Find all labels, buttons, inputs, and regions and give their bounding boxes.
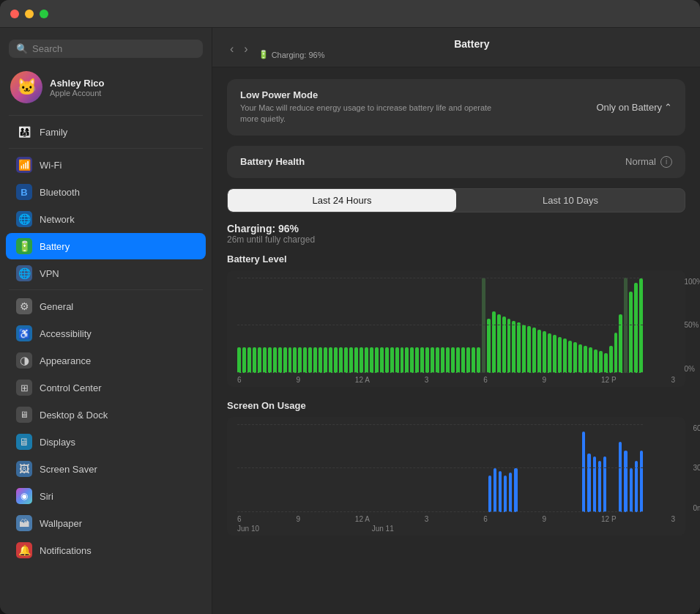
- back-button[interactable]: ‹: [227, 41, 237, 57]
- sidebar-item-accessibility[interactable]: ♿ Accessibility: [6, 320, 206, 347]
- titlebar: [0, 0, 700, 28]
- profile-section[interactable]: 🐱 Ashley Rico Apple Account: [0, 65, 212, 112]
- main-content: 🔍 Search 🐱 Ashley Rico Apple Account 👨‍👩…: [0, 28, 700, 614]
- general-icon: ⚙: [16, 298, 32, 314]
- usage-x-labels-row2: Jun 10Jun 11: [237, 525, 675, 533]
- sidebar-label-bluetooth: Bluetooth: [40, 187, 80, 198]
- battery-level-title: Battery Level: [227, 254, 685, 265]
- low-power-left: Low Power Mode Your Mac will reduce ener…: [240, 89, 504, 125]
- sidebar-label-battery: Battery: [40, 241, 70, 252]
- search-icon: 🔍: [16, 43, 28, 54]
- low-power-desc: Your Mac will reduce energy usage to inc…: [240, 103, 504, 125]
- controlcenter-icon: ⊞: [16, 380, 32, 396]
- sidebar-label-vpn: VPN: [40, 268, 59, 279]
- sidebar-item-bluetooth[interactable]: B Bluetooth: [6, 179, 206, 205]
- screensaver-icon: 🖼: [16, 461, 32, 477]
- usage-y-labels: 60m 30m 0m: [693, 424, 700, 512]
- wallpaper-icon: 🏔: [16, 515, 32, 531]
- sidebar-label-displays: Displays: [40, 437, 75, 448]
- battery-health-label: Battery Health: [240, 156, 305, 167]
- sidebar-item-siri[interactable]: ◉ Siri: [6, 483, 206, 509]
- time-selector: Last 24 Hours Last 10 Days: [227, 188, 685, 212]
- sidebar-item-wifi[interactable]: 📶 Wi-Fi: [6, 152, 206, 178]
- network-icon: 🌐: [16, 211, 32, 227]
- battery-icon: 🔋: [16, 238, 32, 254]
- search-container: 🔍 Search: [0, 35, 212, 65]
- displays-icon: 🖥: [16, 434, 32, 450]
- profile-name: Ashley Rico: [50, 78, 104, 89]
- sidebar-item-wallpaper[interactable]: 🏔 Wallpaper: [6, 510, 206, 536]
- sidebar-label-general: General: [40, 301, 73, 312]
- battery-charging-icon: 🔋: [258, 50, 269, 59]
- close-button[interactable]: [10, 10, 19, 18]
- detail-header: ‹ › Battery 🔋 Charging: 96%: [212, 28, 700, 67]
- sidebar-label-controlcenter: Control Center: [40, 382, 102, 393]
- desktop-icon: 🖥: [16, 407, 32, 423]
- appearance-icon: ◑: [16, 352, 32, 369]
- profile-subtitle: Apple Account: [50, 89, 104, 97]
- battery-level-bars: [237, 278, 643, 373]
- time-btn-10d[interactable]: Last 10 Days: [456, 189, 685, 212]
- sidebar-item-appearance[interactable]: ◑ Appearance: [6, 347, 206, 374]
- sidebar-item-family[interactable]: 👨‍👩‍👧 Family: [6, 119, 206, 145]
- low-power-title: Low Power Mode: [240, 89, 504, 100]
- low-power-mode-row: Low Power Mode Your Mac will reduce ener…: [227, 79, 685, 136]
- screen-usage-title: Screen On Usage: [227, 400, 685, 411]
- content-area: Low Power Mode Your Mac will reduce ener…: [212, 67, 700, 561]
- sidebar-label-notifications: Notifications: [40, 545, 92, 556]
- bluetooth-icon: B: [16, 184, 32, 200]
- battery-health-value: Normal: [625, 156, 656, 167]
- chevron-icon: ⌃: [664, 102, 672, 113]
- battery-x-labels: 6912 A36912 P3: [237, 376, 675, 384]
- battery-y-labels: 100% 50% 0%: [684, 278, 700, 373]
- maximize-button[interactable]: [40, 10, 48, 18]
- page-title: Battery: [258, 38, 685, 50]
- wifi-icon: 📶: [16, 157, 32, 173]
- vpn-icon: 🌐: [16, 265, 32, 281]
- sidebar: 🔍 Search 🐱 Ashley Rico Apple Account 👨‍👩…: [0, 28, 212, 614]
- sidebar-item-notifications[interactable]: 🔔 Notifications: [6, 537, 206, 563]
- sidebar-divider-3: [9, 289, 203, 290]
- minimize-button[interactable]: [25, 10, 34, 18]
- screen-usage-section: Screen On Usage 60m 30m 0m: [227, 400, 685, 536]
- sidebar-label-wifi: Wi-Fi: [40, 160, 62, 171]
- sidebar-label-appearance: Appearance: [40, 355, 91, 366]
- low-power-right: Only on Battery ⌃: [596, 102, 672, 113]
- charging-subtitle: 26m until fully charged: [227, 234, 685, 245]
- low-power-select[interactable]: Only on Battery ⌃: [596, 102, 672, 113]
- sidebar-label-screensaver: Screen Saver: [40, 464, 97, 475]
- sidebar-item-battery[interactable]: 🔋 Battery: [6, 233, 206, 259]
- sidebar-item-desktop[interactable]: 🖥 Desktop & Dock: [6, 402, 206, 428]
- usage-x-labels-row1: 6912 A36912 P3: [237, 515, 675, 523]
- detail-panel: ‹ › Battery 🔋 Charging: 96% Low Pow: [212, 28, 700, 614]
- sidebar-label-family: Family: [40, 127, 67, 138]
- search-box[interactable]: 🔍 Search: [9, 40, 203, 58]
- siri-icon: ◉: [16, 488, 32, 504]
- page-title-area: Battery 🔋 Charging: 96%: [258, 38, 685, 59]
- sidebar-label-network: Network: [40, 214, 75, 225]
- main-window: 🔍 Search 🐱 Ashley Rico Apple Account 👨‍👩…: [0, 0, 700, 614]
- family-icon: 👨‍👩‍👧: [16, 124, 32, 140]
- sidebar-item-displays[interactable]: 🖥 Displays: [6, 429, 206, 455]
- battery-health-card: Battery Health Normal i: [227, 146, 685, 178]
- sidebar-label-wallpaper: Wallpaper: [40, 518, 82, 529]
- sidebar-label-desktop: Desktop & Dock: [40, 410, 108, 421]
- sidebar-item-vpn[interactable]: 🌐 VPN: [6, 260, 206, 286]
- charging-info: Charging: 96% 26m until fully charged: [227, 223, 685, 245]
- battery-health-right: Normal i: [625, 156, 672, 168]
- time-btn-24h[interactable]: Last 24 Hours: [228, 189, 456, 212]
- sidebar-item-network[interactable]: 🌐 Network: [6, 206, 206, 232]
- info-icon[interactable]: i: [660, 156, 672, 168]
- sidebar-item-screensaver[interactable]: 🖼 Screen Saver: [6, 456, 206, 482]
- nav-arrows: ‹ ›: [227, 41, 251, 57]
- sidebar-divider-2: [9, 148, 203, 149]
- sidebar-item-general[interactable]: ⚙ General: [6, 293, 206, 319]
- notifications-icon: 🔔: [16, 542, 32, 558]
- sidebar-item-controlcenter[interactable]: ⊞ Control Center: [6, 374, 206, 401]
- forward-button[interactable]: ›: [241, 41, 250, 57]
- profile-text: Ashley Rico Apple Account: [50, 78, 104, 97]
- low-power-mode-card: Low Power Mode Your Mac will reduce ener…: [227, 79, 685, 136]
- battery-health-row: Battery Health Normal i: [227, 146, 685, 178]
- search-placeholder: Search: [32, 43, 62, 54]
- sidebar-divider-1: [9, 115, 203, 116]
